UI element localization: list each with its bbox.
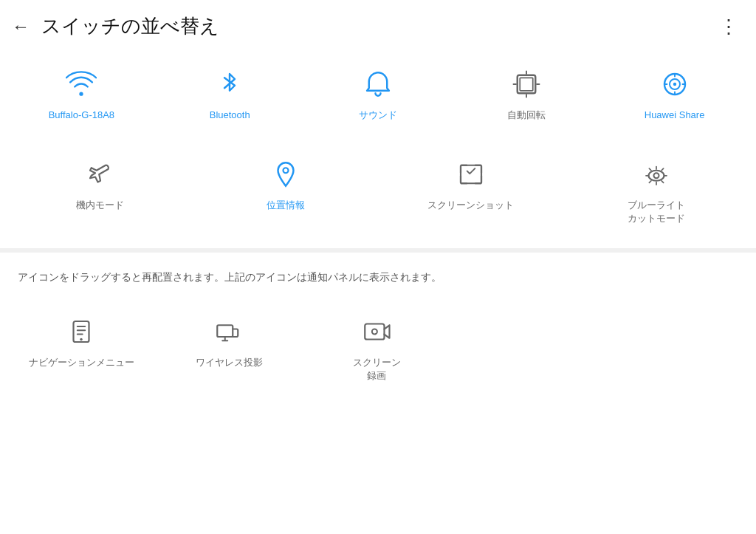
svg-point-15 (648, 171, 664, 181)
icon-item-bluetooth[interactable]: Bluetooth (156, 61, 304, 129)
svg-point-16 (653, 173, 659, 178)
nav-menu-label: ナビゲーションメニュー (29, 356, 134, 369)
page-title: スイッチの並べ替え (41, 13, 219, 39)
wireless-proj-icon (213, 316, 244, 350)
huawei-share-icon (659, 69, 690, 103)
airplane-icon (85, 159, 116, 193)
location-icon (270, 159, 301, 193)
svg-rect-20 (365, 324, 384, 339)
location-label: 位置情報 (267, 199, 305, 212)
header-left: ← スイッチの並べ替え (12, 13, 219, 39)
svg-point-21 (372, 329, 377, 334)
extra-icon-row: ナビゲーションメニュー ワイヤレス投影 スクリーン 録画 (0, 297, 756, 408)
screenshot-icon (456, 159, 487, 193)
icon-item-sound[interactable]: サウンド (304, 61, 453, 129)
icon-item-bluelight[interactable]: ブルーライト カットモード (563, 151, 749, 233)
huawei-share-label: Huawei Share (645, 109, 705, 122)
top-icon-row: Buffalo-G-18A8 Bluetooth サウンド 自動回転 Huawe… (0, 47, 756, 144)
svg-rect-1 (520, 78, 533, 91)
svg-point-18 (80, 338, 83, 341)
svg-rect-6 (461, 165, 481, 184)
nav-menu-icon (66, 316, 97, 350)
icon-item-wireless-proj[interactable]: ワイヤレス投影 (155, 309, 303, 377)
icon-item-screenshot[interactable]: スクリーンショット (378, 151, 563, 219)
icon-item-nav-menu[interactable]: ナビゲーションメニュー (7, 309, 155, 377)
more-button[interactable]: ⋮ (719, 17, 738, 36)
svg-rect-19 (217, 325, 233, 337)
bluetooth-label: Bluetooth (210, 109, 250, 122)
svg-point-4 (673, 83, 676, 86)
icon-item-huawei-share[interactable]: Huawei Share (600, 61, 749, 129)
svg-point-5 (283, 168, 288, 173)
airplane-label: 機内モード (76, 199, 124, 212)
bluelight-icon (641, 159, 672, 193)
icon-item-wifi[interactable]: Buffalo-G-18A8 (7, 61, 156, 129)
icon-item-screen-record[interactable]: スクリーン 録画 (303, 309, 450, 390)
screenshot-label: スクリーンショット (427, 199, 514, 212)
bluelight-label: ブルーライト カットモード (628, 199, 685, 225)
screen-record-icon (361, 316, 392, 350)
icon-item-location[interactable]: 位置情報 (193, 151, 378, 219)
rotate-icon (511, 69, 542, 103)
sound-icon (362, 69, 394, 103)
icon-item-rotate[interactable]: 自動回転 (452, 61, 600, 129)
back-button[interactable]: ← (12, 18, 30, 35)
icon-item-airplane[interactable]: 機内モード (7, 151, 193, 219)
rotate-label: 自動回転 (507, 109, 546, 122)
wifi-icon (66, 69, 97, 103)
wifi-label: Buffalo-G-18A8 (49, 109, 114, 122)
bluetooth-icon (214, 69, 245, 103)
wireless-proj-label: ワイヤレス投影 (196, 356, 263, 369)
info-text: アイコンをドラッグすると再配置されます。上記のアイコンは通知パネルに表示されます… (0, 253, 756, 297)
screen-record-label: スクリーン 録画 (353, 356, 401, 383)
sound-label: サウンド (359, 109, 397, 122)
header: ← スイッチの並べ替え ⋮ (0, 0, 756, 47)
second-icon-row: 機内モード 位置情報 スクリーンショット ブルーライト カットモード (0, 144, 756, 247)
